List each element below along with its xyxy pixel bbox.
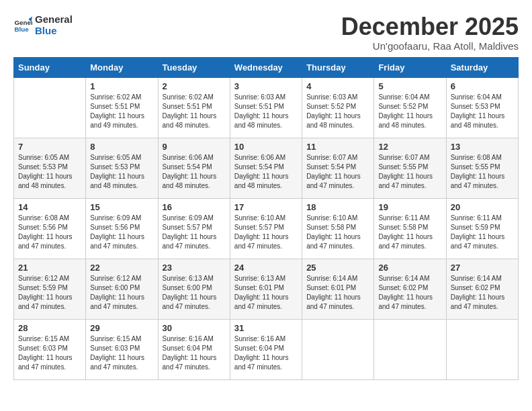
day-cell: 22Sunrise: 6:12 AMSunset: 6:00 PMDayligh…	[86, 259, 158, 319]
header-sunday: Sunday	[14, 57, 86, 77]
title-block: December 2025 Un'goofaaru, Raa Atoll, Ma…	[341, 13, 519, 52]
day-cell	[374, 319, 446, 379]
calendar-table: SundayMondayTuesdayWednesdayThursdayFrid…	[13, 57, 519, 380]
day-info: Sunrise: 6:09 AMSunset: 5:57 PMDaylight:…	[163, 214, 226, 251]
week-row-3: 14Sunrise: 6:08 AMSunset: 5:56 PMDayligh…	[14, 198, 519, 259]
day-info: Sunrise: 6:15 AMSunset: 6:03 PMDaylight:…	[18, 334, 81, 372]
day-cell: 1Sunrise: 6:02 AMSunset: 5:51 PMDaylight…	[86, 77, 158, 138]
day-info: Sunrise: 6:07 AMSunset: 5:55 PMDaylight:…	[378, 153, 441, 191]
day-cell: 6Sunrise: 6:04 AMSunset: 5:53 PMDaylight…	[446, 77, 518, 138]
day-number: 9	[163, 142, 226, 152]
day-cell: 4Sunrise: 6:03 AMSunset: 5:52 PMDaylight…	[302, 77, 374, 138]
day-cell: 24Sunrise: 6:13 AMSunset: 6:01 PMDayligh…	[230, 259, 302, 319]
calendar-header-row: SundayMondayTuesdayWednesdayThursdayFrid…	[14, 57, 519, 77]
day-cell: 15Sunrise: 6:09 AMSunset: 5:56 PMDayligh…	[86, 198, 158, 259]
day-number: 24	[234, 263, 298, 273]
day-info: Sunrise: 6:02 AMSunset: 5:51 PMDaylight:…	[163, 93, 226, 130]
day-info: Sunrise: 6:14 AMSunset: 6:02 PMDaylight:…	[451, 274, 514, 312]
day-cell	[14, 77, 86, 138]
day-info: Sunrise: 6:04 AMSunset: 5:52 PMDaylight:…	[378, 93, 441, 130]
day-info: Sunrise: 6:06 AMSunset: 5:54 PMDaylight:…	[234, 153, 298, 191]
day-number: 13	[451, 142, 514, 152]
day-info: Sunrise: 6:05 AMSunset: 5:53 PMDaylight:…	[18, 153, 81, 191]
day-number: 2	[163, 81, 226, 91]
day-cell: 12Sunrise: 6:07 AMSunset: 5:55 PMDayligh…	[374, 138, 446, 198]
week-row-5: 28Sunrise: 6:15 AMSunset: 6:03 PMDayligh…	[14, 319, 519, 379]
day-cell: 7Sunrise: 6:05 AMSunset: 5:53 PMDaylight…	[14, 138, 86, 198]
day-number: 26	[378, 263, 441, 273]
logo-general: General	[35, 13, 73, 25]
day-number: 4	[306, 81, 369, 91]
day-info: Sunrise: 6:11 AMSunset: 5:58 PMDaylight:…	[378, 214, 441, 251]
day-cell: 2Sunrise: 6:02 AMSunset: 5:51 PMDaylight…	[158, 77, 230, 138]
header-friday: Friday	[374, 57, 446, 77]
day-cell	[446, 319, 518, 379]
day-number: 18	[306, 202, 369, 212]
logo-icon: General Blue	[13, 15, 32, 34]
day-info: Sunrise: 6:06 AMSunset: 5:54 PMDaylight:…	[163, 153, 226, 191]
day-info: Sunrise: 6:02 AMSunset: 5:51 PMDaylight:…	[90, 93, 153, 130]
day-number: 30	[163, 323, 226, 333]
day-number: 16	[163, 202, 226, 212]
header-monday: Monday	[86, 57, 158, 77]
day-number: 10	[234, 142, 298, 152]
day-info: Sunrise: 6:08 AMSunset: 5:56 PMDaylight:…	[18, 214, 81, 251]
header-tuesday: Tuesday	[158, 57, 230, 77]
day-cell: 27Sunrise: 6:14 AMSunset: 6:02 PMDayligh…	[446, 259, 518, 319]
day-number: 20	[451, 202, 514, 212]
day-info: Sunrise: 6:13 AMSunset: 6:00 PMDaylight:…	[163, 274, 226, 312]
day-cell: 31Sunrise: 6:16 AMSunset: 6:04 PMDayligh…	[230, 319, 302, 379]
day-number: 11	[306, 142, 369, 152]
logo: General Blue General Blue	[13, 13, 73, 36]
week-row-2: 7Sunrise: 6:05 AMSunset: 5:53 PMDaylight…	[14, 138, 519, 198]
day-info: Sunrise: 6:09 AMSunset: 5:56 PMDaylight:…	[90, 214, 153, 251]
day-number: 23	[163, 263, 226, 273]
day-cell: 23Sunrise: 6:13 AMSunset: 6:00 PMDayligh…	[158, 259, 230, 319]
month-title: December 2025	[341, 13, 519, 40]
location-subtitle: Un'goofaaru, Raa Atoll, Maldives	[341, 40, 519, 52]
day-number: 12	[378, 142, 441, 152]
day-number: 6	[451, 81, 514, 91]
day-number: 27	[451, 263, 514, 273]
logo-blue: Blue	[35, 25, 73, 36]
day-info: Sunrise: 6:12 AMSunset: 5:59 PMDaylight:…	[18, 274, 81, 312]
day-cell: 14Sunrise: 6:08 AMSunset: 5:56 PMDayligh…	[14, 198, 86, 259]
page-header: General Blue General Blue December 2025 …	[13, 13, 519, 52]
day-info: Sunrise: 6:10 AMSunset: 5:58 PMDaylight:…	[306, 214, 369, 251]
header-saturday: Saturday	[446, 57, 518, 77]
day-number: 15	[90, 202, 153, 212]
day-info: Sunrise: 6:14 AMSunset: 6:02 PMDaylight:…	[378, 274, 441, 312]
day-number: 3	[234, 81, 298, 91]
day-number: 31	[234, 323, 298, 333]
day-cell	[302, 319, 374, 379]
day-info: Sunrise: 6:15 AMSunset: 6:03 PMDaylight:…	[90, 334, 153, 372]
day-cell: 28Sunrise: 6:15 AMSunset: 6:03 PMDayligh…	[14, 319, 86, 379]
day-number: 8	[90, 142, 153, 152]
day-info: Sunrise: 6:03 AMSunset: 5:52 PMDaylight:…	[306, 93, 369, 130]
day-cell: 30Sunrise: 6:16 AMSunset: 6:04 PMDayligh…	[158, 319, 230, 379]
day-number: 25	[306, 263, 369, 273]
day-number: 1	[90, 81, 153, 91]
day-number: 22	[90, 263, 153, 273]
day-cell: 21Sunrise: 6:12 AMSunset: 5:59 PMDayligh…	[14, 259, 86, 319]
day-number: 7	[18, 142, 81, 152]
day-cell: 16Sunrise: 6:09 AMSunset: 5:57 PMDayligh…	[158, 198, 230, 259]
day-cell: 20Sunrise: 6:11 AMSunset: 5:59 PMDayligh…	[446, 198, 518, 259]
day-info: Sunrise: 6:08 AMSunset: 5:55 PMDaylight:…	[451, 153, 514, 191]
header-thursday: Thursday	[302, 57, 374, 77]
day-cell: 17Sunrise: 6:10 AMSunset: 5:57 PMDayligh…	[230, 198, 302, 259]
day-cell: 5Sunrise: 6:04 AMSunset: 5:52 PMDaylight…	[374, 77, 446, 138]
day-number: 14	[18, 202, 81, 212]
day-cell: 11Sunrise: 6:07 AMSunset: 5:54 PMDayligh…	[302, 138, 374, 198]
day-info: Sunrise: 6:07 AMSunset: 5:54 PMDaylight:…	[306, 153, 369, 191]
day-cell: 8Sunrise: 6:05 AMSunset: 5:53 PMDaylight…	[86, 138, 158, 198]
week-row-4: 21Sunrise: 6:12 AMSunset: 5:59 PMDayligh…	[14, 259, 519, 319]
day-info: Sunrise: 6:04 AMSunset: 5:53 PMDaylight:…	[451, 93, 514, 130]
day-cell: 3Sunrise: 6:03 AMSunset: 5:51 PMDaylight…	[230, 77, 302, 138]
day-info: Sunrise: 6:10 AMSunset: 5:57 PMDaylight:…	[234, 214, 298, 251]
day-cell: 29Sunrise: 6:15 AMSunset: 6:03 PMDayligh…	[86, 319, 158, 379]
day-info: Sunrise: 6:11 AMSunset: 5:59 PMDaylight:…	[451, 214, 514, 251]
day-info: Sunrise: 6:16 AMSunset: 6:04 PMDaylight:…	[234, 334, 298, 372]
svg-text:Blue: Blue	[14, 26, 29, 33]
day-cell: 13Sunrise: 6:08 AMSunset: 5:55 PMDayligh…	[446, 138, 518, 198]
